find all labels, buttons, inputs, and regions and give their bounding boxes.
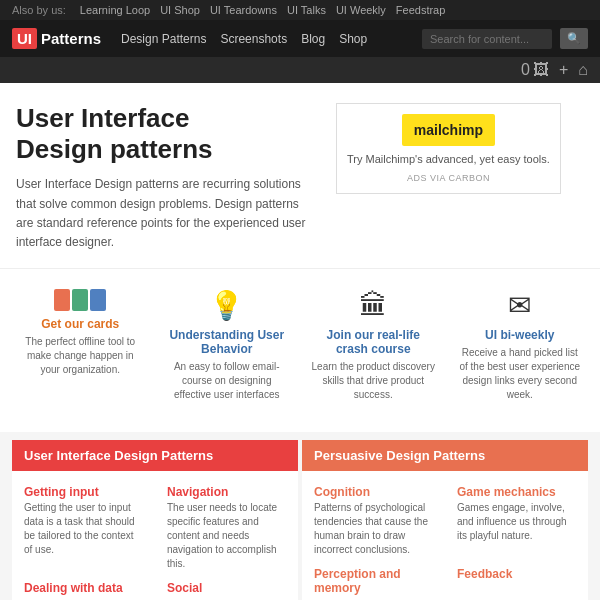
ui-patterns-section: User Interface Design Patterns Getting i… bbox=[12, 440, 298, 600]
topbar-link-ui-weekly[interactable]: UI Weekly bbox=[336, 4, 386, 16]
topbar-link-ui-talks[interactable]: UI Talks bbox=[287, 4, 326, 16]
pattern-perception-memory-title: Perception and memory bbox=[314, 567, 433, 595]
pattern-cognition[interactable]: Cognition Patterns of psychological tend… bbox=[302, 479, 445, 561]
card-2 bbox=[72, 289, 88, 311]
feature-cards-title: Get our cards bbox=[18, 317, 143, 331]
pattern-dealing-data-title: Dealing with data bbox=[24, 581, 143, 595]
plus-icon[interactable]: + bbox=[559, 61, 568, 79]
also-by-label: Also by us: bbox=[12, 4, 66, 16]
hero-text: User InterfaceDesign patterns User Inter… bbox=[16, 103, 316, 252]
section-divider bbox=[0, 432, 600, 440]
feature-bi-weekly[interactable]: ✉ UI bi-weekly Receive a hand picked lis… bbox=[452, 279, 589, 412]
pattern-cognition-title: Cognition bbox=[314, 485, 433, 499]
badge: 0 bbox=[521, 61, 530, 79]
card-1 bbox=[54, 289, 70, 311]
nav-screenshots[interactable]: Screenshots bbox=[220, 32, 287, 46]
pattern-social[interactable]: Social bbox=[155, 575, 298, 600]
persuasive-patterns-section: Persuasive Design Patterns Cognition Pat… bbox=[302, 440, 588, 600]
pattern-feedback[interactable]: Feedback bbox=[445, 561, 588, 600]
ad-text: Try Mailchimp's advanced, yet easy tools… bbox=[347, 152, 550, 167]
feature-crash-course-title: Join our real-life crash course bbox=[311, 328, 436, 356]
hero: User InterfaceDesign patterns User Inter… bbox=[0, 83, 600, 268]
lightbulb-icon: 💡 bbox=[165, 289, 290, 322]
feature-user-behavior-title: Understanding User Behavior bbox=[165, 328, 290, 356]
pattern-perception-memory[interactable]: Perception and memory bbox=[302, 561, 445, 600]
pattern-cognition-desc: Patterns of psychological tendencies tha… bbox=[314, 501, 433, 557]
feature-user-behavior-desc: An easy to follow email-course on design… bbox=[165, 360, 290, 402]
nav-design-patterns[interactable]: Design Patterns bbox=[121, 32, 206, 46]
ui-patterns-header: User Interface Design Patterns bbox=[12, 440, 298, 471]
pattern-navigation[interactable]: Navigation The user needs to locate spec… bbox=[155, 479, 298, 575]
nav-blog[interactable]: Blog bbox=[301, 32, 325, 46]
features-grid: Get our cards The perfect offline tool t… bbox=[0, 268, 600, 432]
pattern-feedback-title: Feedback bbox=[457, 567, 576, 581]
ad-via-label: ADS VIA CARBON bbox=[347, 173, 550, 183]
card-3 bbox=[90, 289, 106, 311]
image-icon: 🖼 bbox=[533, 61, 549, 79]
feature-crash-course[interactable]: 🏛 Join our real-life crash course Learn … bbox=[305, 279, 442, 412]
pattern-navigation-desc: The user needs to locate specific featur… bbox=[167, 501, 286, 571]
cards-icon bbox=[18, 289, 143, 311]
feature-user-behavior[interactable]: 💡 Understanding User Behavior An easy to… bbox=[159, 279, 296, 412]
pattern-game-mechanics-title: Game mechanics bbox=[457, 485, 576, 499]
topbar-link-ui-teardowns[interactable]: UI Teardowns bbox=[210, 4, 277, 16]
pattern-game-mechanics[interactable]: Game mechanics Games engage, involve, an… bbox=[445, 479, 588, 561]
building-icon: 🏛 bbox=[311, 289, 436, 322]
hero-ad[interactable]: mailchimp Try Mailchimp's advanced, yet … bbox=[336, 103, 561, 194]
topbar-link-learning-loop[interactable]: Learning Loop bbox=[80, 4, 150, 16]
topbar-link-ui-shop[interactable]: UI Shop bbox=[160, 4, 200, 16]
pattern-getting-input-title: Getting input bbox=[24, 485, 143, 499]
feature-bi-weekly-desc: Receive a hand picked list of the best u… bbox=[458, 346, 583, 402]
pattern-navigation-title: Navigation bbox=[167, 485, 286, 499]
pattern-getting-input[interactable]: Getting input Getting the user to input … bbox=[12, 479, 155, 575]
pattern-social-title: Social bbox=[167, 581, 286, 595]
header-left: UI Patterns Design Patterns Screenshots … bbox=[12, 28, 367, 49]
logo-patterns: Patterns bbox=[41, 30, 101, 47]
mailchimp-logo: mailchimp bbox=[402, 114, 495, 146]
ui-patterns-items: Getting input Getting the user to input … bbox=[12, 479, 298, 600]
pattern-game-mechanics-desc: Games engage, involve, and influence us … bbox=[457, 501, 576, 543]
search-input[interactable] bbox=[422, 29, 552, 49]
logo-ui: UI bbox=[12, 28, 37, 49]
feature-crash-course-desc: Learn the product discovery skills that … bbox=[311, 360, 436, 402]
hero-title: User InterfaceDesign patterns bbox=[16, 103, 316, 165]
topbar: Also by us: Learning Loop UI Shop UI Tea… bbox=[0, 0, 600, 20]
pattern-getting-input-desc: Getting the user to input data is a task… bbox=[24, 501, 143, 557]
image-count-icon[interactable]: 0 🖼 bbox=[521, 61, 549, 79]
feature-bi-weekly-title: UI bi-weekly bbox=[458, 328, 583, 342]
logo[interactable]: UI Patterns bbox=[12, 28, 101, 49]
icon-bar: 0 🖼 + ⌂ bbox=[0, 57, 600, 83]
home-icon[interactable]: ⌂ bbox=[578, 61, 588, 79]
header-right: 🔍 bbox=[422, 28, 588, 49]
pattern-dealing-data[interactable]: Dealing with data bbox=[12, 575, 155, 600]
patterns-grid: User Interface Design Patterns Getting i… bbox=[0, 440, 600, 600]
persuasive-patterns-header: Persuasive Design Patterns bbox=[302, 440, 588, 471]
hero-description: User Interface Design patterns are recur… bbox=[16, 175, 316, 252]
search-button[interactable]: 🔍 bbox=[560, 28, 588, 49]
header: UI Patterns Design Patterns Screenshots … bbox=[0, 20, 600, 57]
feature-cards-desc: The perfect offline tool to make change … bbox=[18, 335, 143, 377]
nav-shop[interactable]: Shop bbox=[339, 32, 367, 46]
persuasive-patterns-items: Cognition Patterns of psychological tend… bbox=[302, 479, 588, 600]
feature-cards[interactable]: Get our cards The perfect offline tool t… bbox=[12, 279, 149, 412]
mail-icon: ✉ bbox=[458, 289, 583, 322]
topbar-link-feedstrap[interactable]: Feedstrap bbox=[396, 4, 446, 16]
header-nav: Design Patterns Screenshots Blog Shop bbox=[121, 32, 367, 46]
